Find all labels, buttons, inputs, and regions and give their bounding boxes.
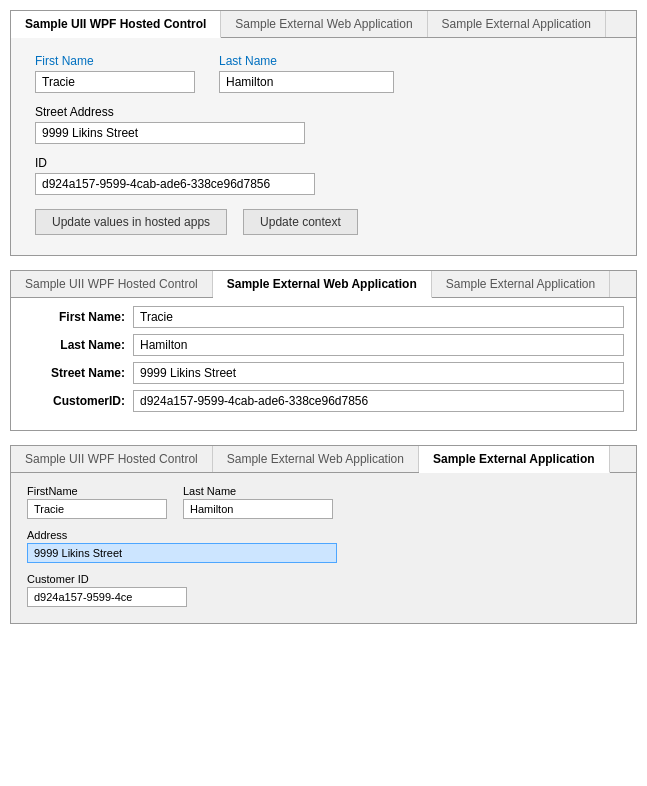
panel3-customer-id-group: Customer ID [27, 573, 620, 607]
update-context-button[interactable]: Update context [243, 209, 358, 235]
panel1-id-group: ID [35, 156, 612, 195]
panel2-tab-external[interactable]: Sample External Application [432, 271, 610, 297]
panel1-id-label: ID [35, 156, 612, 170]
panel1-first-name-group: First Name [35, 54, 195, 93]
panel1-btn-row: Update values in hosted apps Update cont… [35, 209, 612, 235]
update-hosted-apps-button[interactable]: Update values in hosted apps [35, 209, 227, 235]
panel1-last-name-label: Last Name [219, 54, 394, 68]
panel1-last-name-group: Last Name [219, 54, 394, 93]
panel3-last-name-label: Last Name [183, 485, 333, 497]
panel1-street-input[interactable] [35, 122, 305, 144]
panel2-first-name-label: First Name: [23, 310, 133, 324]
panel-1: Sample UII WPF Hosted Control Sample Ext… [10, 10, 637, 256]
panel3-last-name-group: Last Name [183, 485, 333, 519]
panel2-tab-wpf[interactable]: Sample UII WPF Hosted Control [11, 271, 213, 297]
panel1-tab-strip: Sample UII WPF Hosted Control Sample Ext… [11, 11, 636, 38]
panel2-street-name-input[interactable] [133, 362, 624, 384]
panel1-tab-external[interactable]: Sample External Application [428, 11, 606, 37]
panel3-address-group: Address [27, 529, 620, 563]
panel2-customer-id-label: CustomerID: [23, 394, 133, 408]
panel1-last-name-input[interactable] [219, 71, 394, 93]
panel2-tab-web[interactable]: Sample External Web Application [213, 271, 432, 298]
panel3-first-name-group: FirstName [27, 485, 167, 519]
panel3-first-name-input[interactable] [27, 499, 167, 519]
panel3-customer-id-input[interactable] [27, 587, 187, 607]
panel3-name-row: FirstName Last Name [27, 485, 620, 519]
panel2-content: First Name: Last Name: Street Name: Cust… [11, 298, 636, 430]
panel3-tab-web[interactable]: Sample External Web Application [213, 446, 419, 472]
panel-2: Sample UII WPF Hosted Control Sample Ext… [10, 270, 637, 431]
panel3-content: FirstName Last Name Address Customer ID [11, 473, 636, 623]
panel3-tab-external[interactable]: Sample External Application [419, 446, 610, 473]
panel3-tab-strip: Sample UII WPF Hosted Control Sample Ext… [11, 446, 636, 473]
panel3-tab-wpf[interactable]: Sample UII WPF Hosted Control [11, 446, 213, 472]
panel1-id-input[interactable] [35, 173, 315, 195]
panel2-first-name-row: First Name: [23, 306, 624, 328]
panel3-customer-id-label: Customer ID [27, 573, 620, 585]
panel2-customer-id-input[interactable] [133, 390, 624, 412]
panel1-tab-wpf[interactable]: Sample UII WPF Hosted Control [11, 11, 221, 38]
panel1-tab-web[interactable]: Sample External Web Application [221, 11, 427, 37]
panel1-name-row: First Name Last Name [35, 54, 612, 93]
panel3-first-name-label: FirstName [27, 485, 167, 497]
panel2-first-name-input[interactable] [133, 306, 624, 328]
panel1-first-name-input[interactable] [35, 71, 195, 93]
panel3-address-input[interactable] [27, 543, 337, 563]
panel2-tab-strip: Sample UII WPF Hosted Control Sample Ext… [11, 271, 636, 298]
panel2-last-name-label: Last Name: [23, 338, 133, 352]
panel1-content: First Name Last Name Street Address ID U… [11, 38, 636, 255]
panel1-street-group: Street Address [35, 105, 612, 144]
panel2-last-name-input[interactable] [133, 334, 624, 356]
panel-3: Sample UII WPF Hosted Control Sample Ext… [10, 445, 637, 624]
panel1-first-name-label: First Name [35, 54, 195, 68]
panel1-street-label: Street Address [35, 105, 612, 119]
panel2-street-name-row: Street Name: [23, 362, 624, 384]
panel2-street-name-label: Street Name: [23, 366, 133, 380]
panel2-last-name-row: Last Name: [23, 334, 624, 356]
panel2-customer-id-row: CustomerID: [23, 390, 624, 412]
panel3-last-name-input[interactable] [183, 499, 333, 519]
panel3-address-label: Address [27, 529, 620, 541]
